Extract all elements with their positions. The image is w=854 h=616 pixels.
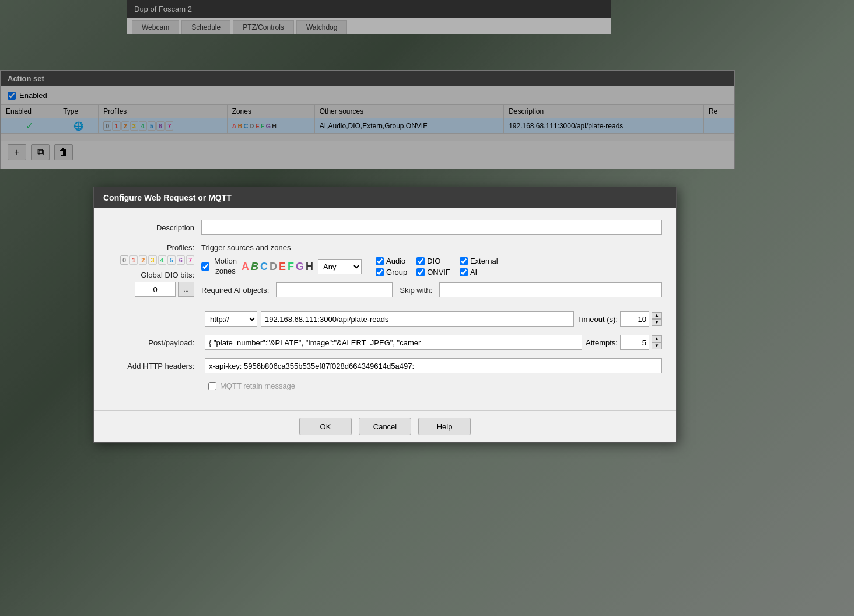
headers-label: Add HTTP headers: <box>108 362 201 370</box>
audio-label: Audio <box>386 257 405 265</box>
modal-title: Configure Web Request or MQTT <box>94 187 676 208</box>
group-checkbox[interactable] <box>376 268 384 276</box>
modal-profile-3[interactable]: 3 <box>148 256 156 265</box>
mqtt-label: MQTT retain message <box>220 382 295 390</box>
zone-big-e[interactable]: E <box>279 261 286 273</box>
dio-browse-button[interactable]: ... <box>178 282 194 297</box>
profiles-label: Profiles: <box>108 243 194 252</box>
skip-with-label: Skip with: <box>400 286 432 295</box>
zone-big-a[interactable]: A <box>242 261 249 273</box>
help-button[interactable]: Help <box>418 418 471 435</box>
protocol-select[interactable]: http:// https:// ftp:// <box>205 312 257 327</box>
attempts-label: Attempts: <box>586 338 618 347</box>
zone-big-g[interactable]: G <box>296 261 304 273</box>
headers-input[interactable]: x-api-key: 5956b806ca355b535ef87f028d664… <box>205 358 662 373</box>
attempts-up[interactable]: ▲ <box>652 335 662 342</box>
modal-profile-5[interactable]: 5 <box>167 256 176 265</box>
ai-label: AI <box>470 268 477 276</box>
external-checkbox[interactable] <box>460 257 468 265</box>
zone-big-f[interactable]: F <box>288 261 294 273</box>
modal-body: Description Profiles: 0 1 2 3 4 5 6 <box>94 208 676 410</box>
attempts-row: Attempts: 5 ▲ ▼ <box>586 335 662 350</box>
external-label: External <box>470 257 498 265</box>
mqtt-row: MQTT retain message <box>108 382 662 390</box>
timeout-spinners: ▲ ▼ <box>652 312 662 326</box>
onvif-cb-item: ONVIF <box>416 268 450 276</box>
onvif-label: ONVIF <box>427 268 450 276</box>
ai-checkbox[interactable] <box>460 268 468 276</box>
modal-profile-0[interactable]: 0 <box>120 256 128 265</box>
dio-checkbox[interactable] <box>416 257 425 265</box>
profiles-col: Profiles: 0 1 2 3 4 5 6 7 Global DIO bit… <box>108 243 201 297</box>
modal-overlay: Configure Web Request or MQTT Descriptio… <box>0 0 854 616</box>
global-dio-input[interactable] <box>135 282 176 297</box>
zone-letters-big: A B C D E F G H <box>242 261 313 273</box>
description-input[interactable] <box>201 220 662 235</box>
attempts-spinners: ▲ ▼ <box>652 335 662 349</box>
modal-profile-7[interactable]: 7 <box>186 256 194 265</box>
headers-row: Add HTTP headers: x-api-key: 5956b806ca3… <box>108 358 662 373</box>
skip-with-input[interactable] <box>439 282 662 298</box>
payload-row: Post/payload: { "plate_number":"&PLATE",… <box>108 335 662 350</box>
global-dio-label: Global DIO bits: <box>108 271 194 279</box>
zone-big-b[interactable]: B <box>251 261 258 273</box>
cancel-button[interactable]: Cancel <box>359 418 411 435</box>
required-ai-input[interactable] <box>276 282 393 298</box>
modal-profile-4[interactable]: 4 <box>158 256 166 265</box>
url-input[interactable]: 192.168.68.111:3000/api/plate-reads <box>261 312 574 327</box>
zone-big-h[interactable]: H <box>306 261 313 273</box>
timeout-label: Timeout (s): <box>578 315 618 324</box>
trigger-row: Motionzones A B C D E F G H <box>201 257 662 276</box>
trigger-sources-col: Trigger sources and zones Motionzones A … <box>201 243 662 303</box>
mqtt-checkbox[interactable] <box>208 382 216 390</box>
modal-profile-6[interactable]: 6 <box>177 256 185 265</box>
modal-profile-2[interactable]: 2 <box>139 256 147 265</box>
modal-profiles-badges: 0 1 2 3 4 5 6 7 <box>108 256 194 265</box>
ai-cb-item: AI <box>460 268 498 276</box>
zone-big-d[interactable]: D <box>270 261 277 273</box>
url-row: http:// https:// ftp:// 192.168.68.111:3… <box>108 312 662 327</box>
motion-zones-label: Motionzones <box>214 257 237 276</box>
trigger-checkboxes: Audio DIO External <box>376 257 498 276</box>
group-label: Group <box>386 268 407 276</box>
zone-big-c[interactable]: C <box>260 261 268 273</box>
timeout-row: Timeout (s): 10 ▲ ▼ <box>578 312 662 327</box>
attempts-down[interactable]: ▼ <box>652 342 662 349</box>
motion-zones-checkbox[interactable] <box>201 262 209 271</box>
ai-skip-row: Required AI objects: Skip with: <box>201 282 662 298</box>
ok-button[interactable]: OK <box>299 418 352 435</box>
attempts-input[interactable]: 5 <box>620 335 649 350</box>
description-label: Description <box>108 223 201 232</box>
timeout-input[interactable]: 10 <box>620 312 649 327</box>
main-content-row: Profiles: 0 1 2 3 4 5 6 7 Global DIO bit… <box>108 243 662 303</box>
global-dio-row: ... <box>108 282 194 297</box>
audio-cb-item: Audio <box>376 257 407 265</box>
audio-checkbox[interactable] <box>376 257 384 265</box>
timeout-up[interactable]: ▲ <box>652 312 662 319</box>
payload-input[interactable]: { "plate_number":"&PLATE", "Image":"&ALE… <box>205 335 582 350</box>
timeout-down[interactable]: ▼ <box>652 319 662 326</box>
group-cb-item: Group <box>376 268 407 276</box>
zone-any-select[interactable]: Any All Custom <box>318 259 362 274</box>
payload-label: Post/payload: <box>108 338 201 347</box>
description-row: Description <box>108 220 662 235</box>
onvif-checkbox[interactable] <box>416 268 425 276</box>
modal-dialog: Configure Web Request or MQTT Descriptio… <box>93 187 677 443</box>
modal-footer: OK Cancel Help <box>94 410 676 442</box>
modal-profile-1[interactable]: 1 <box>130 256 138 265</box>
dio-label: DIO <box>427 257 440 265</box>
trigger-sources-header: Trigger sources and zones <box>201 243 662 252</box>
required-ai-label: Required AI objects: <box>201 286 269 295</box>
external-cb-item: External <box>460 257 498 265</box>
dio-cb-item: DIO <box>416 257 450 265</box>
